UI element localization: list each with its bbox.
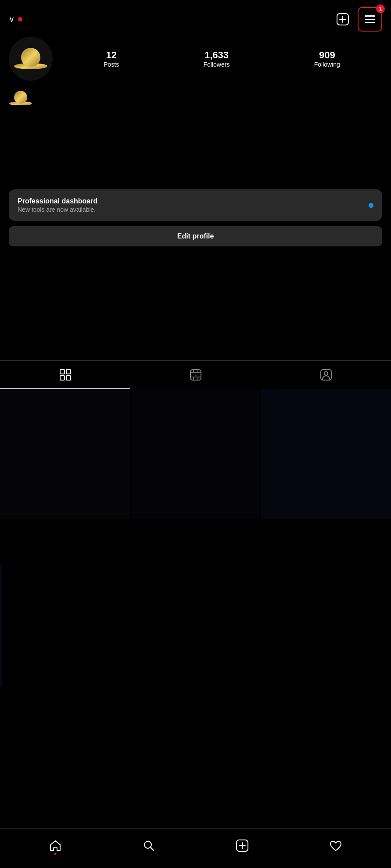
posts-label: Posts [104,61,119,68]
tab-reels[interactable] [130,361,261,389]
svg-rect-10 [66,376,71,380]
username-area[interactable]: ∨ [9,14,22,24]
top-header: ∨ 1 [0,0,391,37]
menu-button[interactable]: 1 [358,7,382,32]
following-stat[interactable]: 909 Following [314,50,340,68]
post-cell[interactable] [0,389,130,519]
following-label: Following [314,61,340,68]
posts-stat[interactable]: 12 Posts [104,50,119,68]
heart-icon [329,839,342,852]
svg-line-22 [151,847,154,850]
followers-stat[interactable]: 1,633 Followers [203,50,230,68]
notification-dot [18,17,22,21]
nav-add-button[interactable] [232,836,252,856]
nav-activity-button[interactable] [326,836,346,856]
svg-point-20 [324,372,328,375]
avatar[interactable] [9,37,53,81]
followers-label: Followers [203,61,230,68]
post-cell[interactable] [261,389,391,519]
edit-profile-button[interactable]: Edit profile [9,226,382,246]
reels-icon [190,369,202,381]
nav-search-button[interactable] [139,836,159,856]
avatar-image [13,48,48,70]
search-icon [142,839,155,852]
profile-top: 12 Posts 1,633 Followers 909 Following [9,37,382,81]
secondary-logo [9,88,382,112]
home-active-dot [54,853,57,855]
chevron-down-icon: ∨ [9,14,14,24]
avatar-ring [9,37,53,81]
svg-point-4 [21,48,40,67]
pro-dashboard-text: Professional dashboard New tools are now… [18,197,97,213]
followers-count: 1,633 [204,50,229,61]
pro-dashboard-title: Professional dashboard [18,197,97,205]
pro-dashboard-subtitle: New tools are now available. [18,206,97,213]
tab-tagged[interactable] [261,361,391,389]
posts-grid [0,389,391,564]
svg-marker-18 [195,374,197,376]
hamburger-icon [365,15,375,23]
empty-space [0,255,391,352]
content-tabs [0,360,391,389]
header-right: 1 [333,7,382,32]
add-post-button[interactable] [333,10,352,29]
grid-icon [59,369,72,381]
home-icon [49,839,62,852]
svg-point-6 [14,91,27,104]
tagged-icon [320,369,332,381]
post-accent [0,564,2,687]
add-icon [236,839,249,852]
tab-grid[interactable] [0,361,130,389]
stats-row: 12 Posts 1,633 Followers 909 Following [61,50,382,68]
menu-badge: 1 [376,4,385,13]
nav-home-button[interactable] [45,836,65,856]
pro-dashboard-indicator [369,203,373,208]
svg-rect-8 [66,370,71,374]
professional-dashboard-card[interactable]: Professional dashboard New tools are now… [9,189,382,221]
bottom-spacer [0,687,391,731]
header-left: ∨ [9,14,22,24]
svg-rect-7 [60,370,65,374]
bottom-nav [0,828,391,868]
stories-area [0,112,391,182]
following-count: 909 [319,50,335,61]
profile-section: 12 Posts 1,633 Followers 909 Following [0,37,391,112]
posts-count: 12 [106,50,116,61]
post-area [0,564,391,687]
post-cell[interactable] [131,389,261,519]
svg-rect-9 [60,376,65,380]
